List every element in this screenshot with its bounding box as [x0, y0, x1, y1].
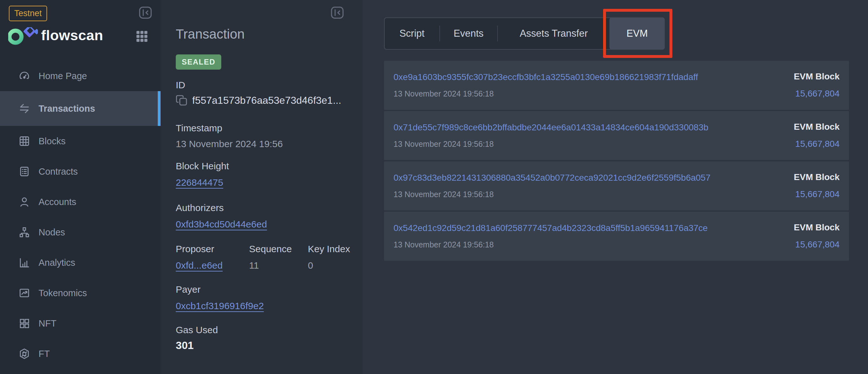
status-badge: SEALED — [176, 54, 221, 69]
proposer-label: Proposer — [176, 243, 214, 254]
block-height-link[interactable]: 226844475 — [176, 177, 223, 188]
sidebar-item-label: Analytics — [38, 258, 75, 268]
cube-icon — [18, 348, 30, 360]
evm-block-label: EVM Block — [794, 122, 840, 132]
gas-used-label: Gas Used — [176, 325, 218, 336]
evm-tx-hash-link[interactable]: 0x71de55c7f989c8ce6bb2bffabdbe2044ee6a01… — [394, 122, 708, 133]
brand: flowscan — [8, 27, 161, 47]
sidebar-item-label: Contracts — [38, 167, 78, 177]
page-title: Transaction — [176, 27, 245, 42]
tab-script[interactable]: Script — [385, 18, 439, 49]
collapse-panel-icon — [330, 6, 344, 19]
document-list-icon — [18, 166, 30, 177]
grid-icon — [135, 29, 149, 44]
block-height-label: Block Height — [176, 161, 229, 172]
id-label: ID — [176, 80, 185, 90]
table-row[interactable]: 0x71de55c7f989c8ce6bb2bffabdbe2044ee6a01… — [384, 111, 849, 160]
proposer-link[interactable]: 0xfd...e6ed — [176, 260, 222, 271]
sequence-value: 11 — [249, 260, 259, 271]
sidebar-item-label: Blocks — [38, 136, 65, 146]
evm-block-number-link[interactable]: 15,667,804 — [795, 189, 840, 199]
table-grid-icon — [18, 135, 30, 147]
key-index-value: 0 — [308, 260, 313, 271]
sidebar-item-contracts[interactable]: Contracts — [0, 156, 161, 187]
transaction-id-value: f557a1573b76aa53e73d46f3e1... — [192, 95, 341, 106]
sidebar-item-accounts[interactable]: Accounts — [0, 187, 161, 217]
gauge-icon — [18, 70, 30, 82]
sidebar-item-transactions[interactable]: Transactions — [0, 91, 161, 126]
evm-transactions-list: 0xe9a1603bc9355fc307b23eccfb3bfc1a3255a0… — [384, 61, 849, 262]
authorizers-label: Authorizers — [176, 202, 224, 213]
copy-icon[interactable] — [175, 94, 188, 107]
collapse-panel-icon — [138, 6, 152, 19]
main-content: Script Events Assets Transfer EVM 0xe9a1… — [363, 0, 868, 374]
evm-tx-timestamp: 13 November 2024 19:56:18 — [394, 140, 494, 149]
timestamp-value: 13 November 2024 19:56 — [176, 139, 283, 149]
evm-tx-timestamp: 13 November 2024 19:56:18 — [394, 190, 494, 199]
panel-collapse-button[interactable] — [330, 6, 344, 19]
payer-link[interactable]: 0xcb1cf3196916f9e2 — [176, 300, 264, 311]
payer-label: Payer — [176, 284, 200, 295]
tab-evm[interactable]: EVM — [610, 18, 665, 50]
hierarchy-icon — [18, 226, 30, 238]
sidebar-item-label: NFT — [38, 318, 56, 329]
sidebar-item-analytics[interactable]: Analytics — [0, 248, 161, 278]
sidebar-item-label: Tokenomics — [38, 288, 87, 298]
transfer-arrows-icon — [18, 103, 30, 115]
sidebar-collapse-button[interactable] — [138, 6, 152, 19]
bar-chart-icon — [18, 257, 30, 269]
brand-name: flowscan — [41, 27, 103, 44]
flowscan-app: Testnet — [0, 0, 868, 374]
sidebar: Testnet — [0, 0, 161, 374]
network-badge: Testnet — [9, 6, 47, 21]
evm-block-number-link[interactable]: 15,667,804 — [795, 139, 840, 149]
flowscan-logo — [8, 27, 38, 46]
tab-events[interactable]: Events — [440, 18, 498, 49]
evm-block-label: EVM Block — [794, 172, 840, 182]
sidebar-item-home-page[interactable]: Home Page — [0, 61, 161, 91]
evm-block-label: EVM Block — [794, 223, 840, 233]
table-row[interactable]: 0xe9a1603bc9355fc307b23eccfb3bfc1a3255a0… — [384, 61, 849, 110]
line-chart-icon — [18, 287, 30, 299]
four-squares-icon — [18, 317, 30, 329]
evm-tx-hash-link[interactable]: 0xe9a1603bc9355fc307b23eccfb3bfc1a3255a0… — [394, 72, 698, 82]
transaction-panel: Transaction SEALED ID f557a1573b76aa53e7… — [161, 0, 363, 374]
sidebar-item-ft[interactable]: FT — [0, 339, 161, 369]
apps-grid-button[interactable] — [135, 29, 149, 44]
tab-assets-transfer[interactable]: Assets Transfer — [498, 18, 610, 49]
table-row[interactable]: 0x542ed1c92d59c21d81a60f258777457ad4b232… — [384, 212, 849, 261]
evm-tx-hash-link[interactable]: 0x542ed1c92d59c21d81a60f258777457ad4b232… — [394, 223, 708, 233]
sidebar-item-label: Nodes — [38, 227, 65, 238]
sidebar-item-label: Home Page — [38, 71, 87, 81]
sidebar-item-label: FT — [38, 349, 50, 359]
key-index-label: Key Index — [308, 243, 350, 254]
sidebar-item-nodes[interactable]: Nodes — [0, 217, 161, 248]
evm-block-number-link[interactable]: 15,667,804 — [795, 239, 840, 250]
sidebar-item-label: Transactions — [38, 104, 95, 114]
evm-block-label: EVM Block — [794, 71, 840, 82]
active-indicator — [158, 91, 161, 126]
transaction-id: f557a1573b76aa53e73d46f3e1... — [175, 94, 341, 107]
evm-block-number-link[interactable]: 15,667,804 — [795, 89, 840, 99]
timestamp-label: Timestamp — [176, 123, 222, 134]
evm-tx-timestamp: 13 November 2024 19:56:18 — [394, 240, 494, 249]
evm-tx-hash-link[interactable]: 0x97c83d3eb8221431306880a35452a0b0772cec… — [394, 173, 711, 183]
authorizers-link[interactable]: 0xfd3b4cd50d44e6ed — [176, 219, 267, 230]
evm-tx-timestamp: 13 November 2024 19:56:18 — [394, 89, 494, 98]
person-icon — [18, 196, 30, 208]
tab-bar: Script Events Assets Transfer EVM — [384, 18, 665, 50]
table-row[interactable]: 0x97c83d3eb8221431306880a35452a0b0772cec… — [384, 162, 849, 210]
sidebar-item-label: Accounts — [38, 197, 76, 207]
sidebar-item-tokenomics[interactable]: Tokenomics — [0, 278, 161, 308]
gas-used-value: 301 — [176, 339, 194, 351]
sidebar-item-nft[interactable]: NFT — [0, 308, 161, 339]
sidebar-item-blocks[interactable]: Blocks — [0, 126, 161, 156]
sequence-label: Sequence — [249, 243, 292, 254]
